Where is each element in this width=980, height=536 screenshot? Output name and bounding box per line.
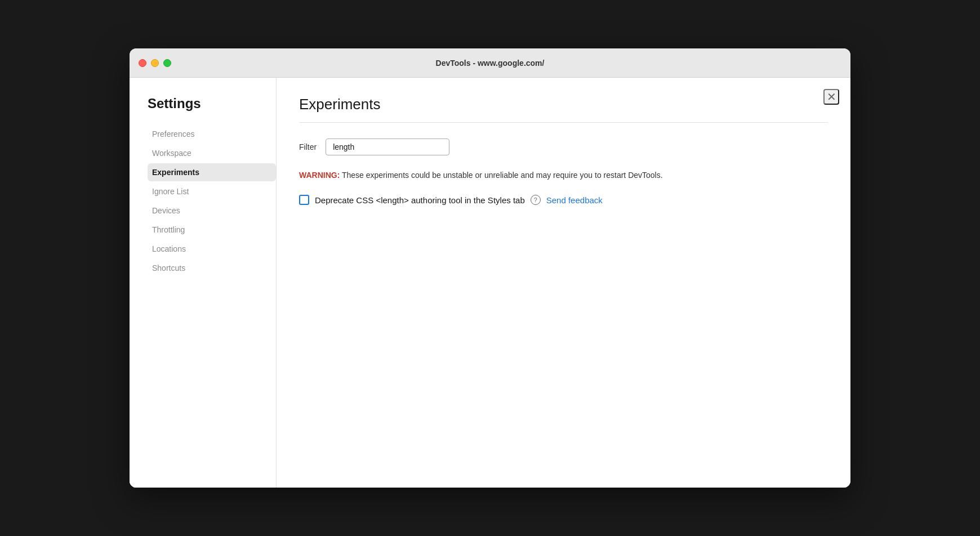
- sidebar-item-throttling[interactable]: Throttling: [148, 221, 276, 239]
- page-title: Experiments: [299, 96, 828, 113]
- filter-label: Filter: [299, 142, 317, 151]
- title-divider: [299, 122, 828, 123]
- filter-row: Filter: [299, 139, 828, 155]
- maximize-button[interactable]: [163, 59, 171, 67]
- sidebar-item-devices[interactable]: Devices: [148, 202, 276, 220]
- sidebar-item-ignore-list[interactable]: Ignore List: [148, 182, 276, 200]
- experiment-label: Deprecate CSS <length> authoring tool in…: [315, 195, 525, 205]
- close-button[interactable]: [139, 59, 146, 67]
- warning-message: These experiments could be unstable or u…: [340, 171, 662, 180]
- help-icon[interactable]: ?: [531, 195, 541, 205]
- sidebar-item-workspace[interactable]: Workspace: [148, 144, 276, 162]
- sidebar-item-locations[interactable]: Locations: [148, 240, 276, 258]
- warning-text: WARNING: These experiments could be unst…: [299, 169, 828, 181]
- close-settings-button[interactable]: ✕: [823, 89, 839, 105]
- content-area: Settings Preferences Workspace Experimen…: [130, 78, 850, 488]
- main-panel: ✕ Experiments Filter WARNING: These expe…: [276, 78, 850, 488]
- deprecate-css-length-checkbox[interactable]: [299, 195, 309, 205]
- traffic-lights: [139, 59, 171, 67]
- sidebar-item-shortcuts[interactable]: Shortcuts: [148, 259, 276, 277]
- experiment-row: Deprecate CSS <length> authoring tool in…: [299, 195, 828, 205]
- filter-input[interactable]: [326, 139, 449, 155]
- devtools-window: DevTools - www.google.com/ Settings Pref…: [130, 48, 850, 488]
- sidebar-nav: Preferences Workspace Experiments Ignore…: [148, 125, 276, 277]
- sidebar-item-preferences[interactable]: Preferences: [148, 125, 276, 143]
- settings-heading: Settings: [148, 96, 276, 111]
- sidebar-item-experiments[interactable]: Experiments: [148, 163, 276, 181]
- window-title: DevTools - www.google.com/: [436, 59, 545, 68]
- minimize-button[interactable]: [151, 59, 159, 67]
- warning-label: WARNING:: [299, 171, 340, 180]
- send-feedback-link[interactable]: Send feedback: [546, 195, 603, 205]
- sidebar: Settings Preferences Workspace Experimen…: [130, 78, 276, 488]
- titlebar: DevTools - www.google.com/: [130, 48, 850, 78]
